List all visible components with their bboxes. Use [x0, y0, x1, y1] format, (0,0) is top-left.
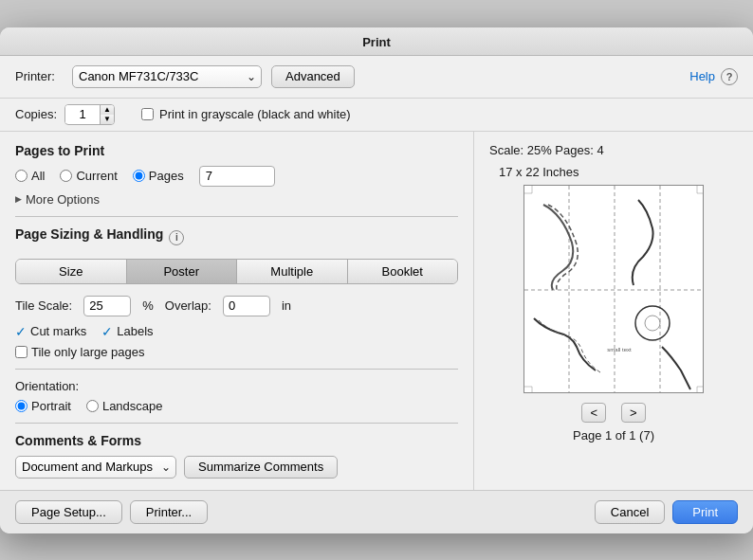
landscape-radio[interactable]	[86, 400, 99, 412]
print-dialog: Print Printer: Canon MF731C/733C Advance…	[0, 27, 753, 533]
all-radio[interactable]	[15, 170, 28, 182]
landscape-label: Landscape	[102, 399, 163, 413]
tile-scale-input[interactable]	[83, 296, 131, 316]
right-panel: Scale: 25% Pages: 4 17 x 22 Inches	[474, 132, 753, 490]
tile-only-checkbox[interactable]	[15, 346, 28, 358]
printer-button[interactable]: Printer...	[130, 500, 208, 524]
pages-section: Pages to Print All Current Pages	[15, 143, 458, 207]
portrait-label: Portrait	[31, 399, 71, 413]
pages-section-title: Pages to Print	[15, 143, 458, 158]
summarize-button[interactable]: Summarize Comments	[184, 456, 338, 479]
copies-stepper: ▲ ▼	[100, 105, 114, 124]
printer-label: Printer:	[15, 69, 63, 83]
all-label: All	[31, 169, 45, 183]
advanced-button[interactable]: Advanced	[271, 65, 355, 88]
current-label: Current	[76, 169, 117, 183]
labels-label: ✓ Labels	[101, 324, 153, 339]
labels-text: Labels	[117, 324, 153, 338]
comments-section: Comments & Forms Document and Markups Do…	[15, 433, 458, 479]
bottom-left: Page Setup... Printer...	[15, 500, 208, 524]
in-label: in	[282, 298, 291, 313]
grayscale-label: Print in grayscale (black and white)	[159, 107, 351, 121]
printer-select[interactable]: Canon MF731C/733C	[72, 65, 262, 88]
sizing-section: Page Sizing & Handling i Size Poster Mul…	[15, 226, 458, 359]
title-bar: Print	[0, 27, 753, 56]
tile-scale-row: Tile Scale: % Overlap: in	[15, 296, 458, 316]
checkbox-row-1: ✓ Cut marks ✓ Labels	[15, 324, 458, 339]
more-options-label: More Options	[26, 192, 100, 207]
copies-label: Copies:	[15, 107, 57, 121]
pages-radio[interactable]	[133, 170, 145, 182]
orientation-label: Orientation:	[15, 379, 79, 393]
portrait-radio-label: Portrait	[15, 399, 71, 413]
bottom-right: Cancel Print	[595, 500, 738, 524]
all-radio-label: All	[15, 169, 45, 183]
left-panel: Pages to Print All Current Pages	[0, 132, 474, 490]
more-options[interactable]: ▶ More Options	[15, 192, 458, 207]
cut-marks-label: ✓ Cut marks	[15, 324, 86, 339]
copies-up[interactable]: ▲	[101, 105, 114, 115]
landscape-radio-label: Landscape	[86, 399, 163, 413]
copies-input[interactable]	[65, 105, 100, 123]
svg-text:small text: small text	[607, 347, 632, 352]
comments-select-wrapper: Document and Markups Document Document a…	[15, 456, 176, 479]
main-content: Pages to Print All Current Pages	[0, 132, 753, 490]
labels-checkmark: ✓	[101, 324, 113, 339]
help-icon[interactable]: ?	[721, 68, 738, 85]
tab-booklet[interactable]: Booklet	[348, 260, 458, 283]
preview-svg: small text	[524, 186, 704, 393]
comments-select[interactable]: Document and Markups Document Document a…	[15, 456, 176, 479]
printer-select-wrapper: Canon MF731C/733C	[72, 65, 262, 88]
tile-only-label: Tile only large pages	[15, 345, 144, 359]
cut-marks-checkmark: ✓	[15, 324, 27, 339]
percent-label: %	[142, 298, 154, 313]
pages-input[interactable]	[199, 166, 275, 187]
pages-row: All Current Pages	[15, 166, 458, 187]
page-setup-button[interactable]: Page Setup...	[15, 500, 122, 524]
nav-row: < >	[581, 403, 645, 423]
toolbar: Printer: Canon MF731C/733C Advanced Help…	[0, 56, 753, 99]
preview-container: small text	[523, 185, 704, 393]
print-button[interactable]: Print	[672, 500, 738, 524]
comments-title: Comments & Forms	[15, 433, 458, 448]
help-link[interactable]: Help	[689, 69, 715, 83]
prev-btn[interactable]: <	[581, 403, 606, 423]
grayscale-checkbox[interactable]	[141, 108, 154, 120]
more-options-triangle: ▶	[15, 194, 22, 204]
comments-row: Document and Markups Document Document a…	[15, 456, 458, 479]
scale-info: Scale: 25% Pages: 4	[489, 143, 604, 157]
tile-only-text: Tile only large pages	[31, 345, 144, 359]
portrait-radio[interactable]	[15, 400, 28, 412]
orientation-options: Portrait Landscape	[15, 399, 458, 413]
pages-radio-label: Pages	[133, 169, 184, 183]
size-label: 17 x 22 Inches	[489, 165, 579, 179]
grayscale-check-row: Print in grayscale (black and white)	[141, 107, 351, 121]
pages-label: Pages	[149, 169, 184, 183]
page-count: Page 1 of 1 (7)	[573, 428, 654, 443]
help-area: Help ?	[689, 68, 738, 85]
orientation-section: Orientation: Portrait Landscape	[15, 379, 458, 413]
overlap-input[interactable]	[223, 296, 270, 316]
copies-input-wrapper: ▲ ▼	[64, 104, 115, 125]
dialog-title: Print	[362, 35, 391, 49]
sizing-title: Page Sizing & Handling	[15, 226, 163, 242]
tab-poster[interactable]: Poster	[127, 260, 238, 283]
tab-row: Size Poster Multiple Booklet	[15, 259, 458, 284]
sizing-info-icon[interactable]: i	[169, 230, 184, 245]
copies-down[interactable]: ▼	[101, 115, 114, 124]
cancel-button[interactable]: Cancel	[595, 500, 665, 524]
copies-row: Copies: ▲ ▼ Print in grayscale (black an…	[0, 99, 753, 132]
bottom-bar: Page Setup... Printer... Cancel Print	[0, 490, 753, 533]
current-radio-label: Current	[60, 169, 117, 183]
current-radio[interactable]	[60, 170, 72, 182]
sizing-title-row: Page Sizing & Handling i	[15, 226, 458, 249]
next-btn[interactable]: >	[621, 403, 646, 423]
overlap-label: Overlap:	[165, 298, 211, 313]
checkbox-row-2: Tile only large pages	[15, 345, 458, 359]
cut-marks-text: Cut marks	[30, 324, 86, 338]
tab-size[interactable]: Size	[16, 260, 127, 283]
tab-multiple[interactable]: Multiple	[237, 260, 348, 283]
tile-scale-label: Tile Scale:	[15, 298, 72, 313]
